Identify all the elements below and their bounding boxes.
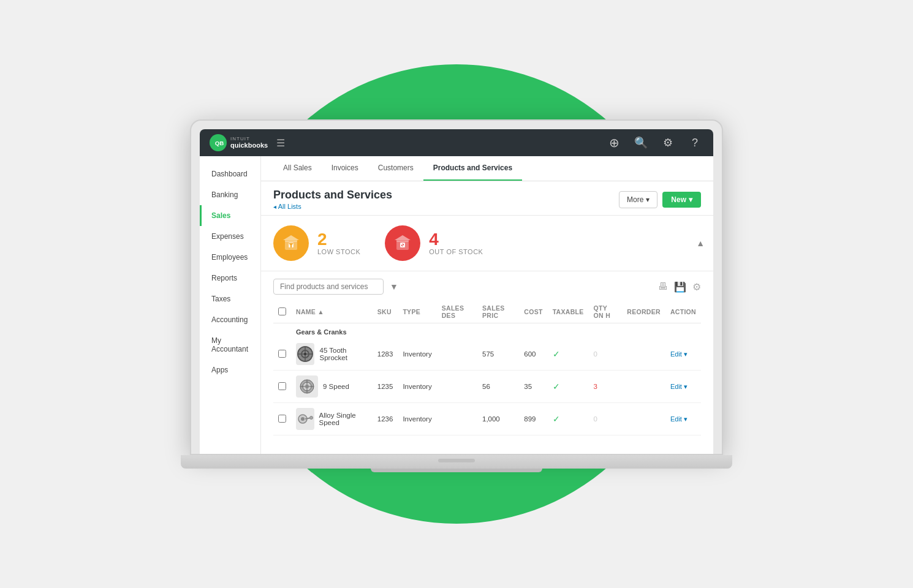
laptop-wrapper: QB INTUIT quickbooks ☰ ⊕ 🔍 ⚙ ? <box>181 119 732 469</box>
col-qty: QTY ON H <box>589 301 623 323</box>
product-sales-des <box>437 338 477 371</box>
out-of-stock-card: 4 OUT OF STOCK <box>385 225 483 261</box>
tab-invoices[interactable]: Invoices <box>322 156 368 181</box>
low-stock-label: LOW STOCK <box>317 248 360 255</box>
edit-link[interactable]: Edit ▾ <box>670 383 688 390</box>
page-title: Products and Services <box>273 189 392 202</box>
search-input[interactable] <box>273 279 384 295</box>
laptop-base <box>181 455 732 469</box>
sidebar-item-taxes[interactable]: Taxes <box>200 288 260 309</box>
product-reorder <box>622 371 665 403</box>
product-thumbnail <box>296 375 318 398</box>
breadcrumb[interactable]: All Lists <box>273 203 392 210</box>
table-row: 45 Tooth Sprocket 1283 Inventory 575 600… <box>273 338 701 371</box>
laptop-screen: QB INTUIT quickbooks ☰ ⊕ 🔍 ⚙ ? <box>190 119 723 455</box>
col-sales-price: SALES PRIC <box>477 301 519 323</box>
product-type: Inventory <box>398 338 436 371</box>
product-taxable: ✓ <box>548 403 589 435</box>
col-name: NAME ▲ <box>291 301 373 323</box>
settings-icon[interactable]: ⚙ <box>659 134 676 151</box>
search-icon[interactable]: 🔍 <box>632 134 650 151</box>
product-sales-des <box>437 403 477 435</box>
new-button[interactable]: New ▾ <box>662 192 701 208</box>
table-toolbar: ▼ 🖶 💾 ⚙ <box>273 279 701 295</box>
sidebar-item-banking[interactable]: Banking <box>200 184 260 205</box>
low-stock-card: 2 LOW STOCK <box>273 225 360 261</box>
screen-inner: QB INTUIT quickbooks ☰ ⊕ 🔍 ⚙ ? <box>200 129 713 454</box>
sidebar-item-accounting[interactable]: Accounting <box>200 309 260 330</box>
svg-rect-4 <box>285 240 297 242</box>
product-cost: 35 <box>519 371 547 403</box>
svg-rect-10 <box>396 240 409 242</box>
product-sales-des <box>437 371 477 403</box>
print-icon[interactable]: 🖶 <box>658 281 668 293</box>
tabs-bar: All Sales Invoices Customers Products an… <box>261 156 713 181</box>
sidebar-item-sales[interactable]: Sales <box>200 205 260 226</box>
sidebar-item-dashboard[interactable]: Dashboard <box>200 164 260 184</box>
table-row: 9 Speed 1235 Inventory 56 35 ✓ 3 <box>273 371 701 403</box>
col-action: ACTION <box>665 301 701 323</box>
product-name: Alloy Single Speed <box>319 412 368 426</box>
row-checkbox[interactable] <box>278 382 286 390</box>
col-sku: SKU <box>373 301 398 323</box>
edit-link[interactable]: Edit ▾ <box>670 415 688 423</box>
col-taxable: TAXABLE <box>548 301 589 323</box>
group-row: Gears & Cranks <box>273 323 701 339</box>
svg-marker-3 <box>283 235 299 240</box>
product-sku: 1236 <box>373 403 398 435</box>
stock-cards-area: 2 LOW STOCK <box>261 216 713 271</box>
sidebar-item-my-accountant[interactable]: My Accountant <box>200 330 260 360</box>
settings-icon[interactable]: ⚙ <box>692 281 701 293</box>
export-icon[interactable]: 💾 <box>674 281 686 293</box>
product-thumbnail <box>296 343 314 365</box>
sidebar-item-expenses[interactable]: Expenses <box>200 226 260 247</box>
product-sku: 1235 <box>373 371 398 403</box>
product-type: Inventory <box>398 371 436 403</box>
sidebar-item-reports[interactable]: Reports <box>200 268 260 288</box>
quickbooks-logo: QB INTUIT quickbooks <box>210 134 268 151</box>
group-label: Gears & Cranks <box>291 323 701 339</box>
svg-point-18 <box>304 353 306 355</box>
page-header: Products and Services All Lists More ▾ N… <box>261 181 713 216</box>
product-action: Edit ▾ <box>665 403 701 435</box>
low-stock-count: 2 <box>317 231 360 248</box>
product-sales-price: 575 <box>477 338 519 371</box>
product-qty: 3 <box>589 371 623 403</box>
product-sales-price: 1,000 <box>477 403 519 435</box>
tab-products-and-services[interactable]: Products and Services <box>423 156 522 181</box>
product-taxable: ✓ <box>548 338 589 371</box>
tab-all-sales[interactable]: All Sales <box>273 156 322 181</box>
products-table: NAME ▲ SKU TYPE SALES DES SALES PRIC COS… <box>273 301 701 435</box>
svg-marker-9 <box>395 235 411 240</box>
select-all-checkbox[interactable] <box>278 307 286 315</box>
svg-point-29 <box>309 417 313 420</box>
product-qty: 0 <box>589 403 623 435</box>
sidebar-item-apps[interactable]: Apps <box>200 360 260 380</box>
help-icon[interactable]: ? <box>686 134 703 151</box>
row-checkbox[interactable] <box>278 415 286 423</box>
filter-button[interactable]: ▼ <box>390 282 398 292</box>
product-cost: 600 <box>519 338 547 371</box>
out-of-stock-label: OUT OF STOCK <box>429 248 483 255</box>
qb-logo-text: INTUIT quickbooks <box>230 136 268 150</box>
product-qty: 0 <box>589 338 623 371</box>
product-cost: 899 <box>519 403 547 435</box>
hamburger-menu-icon[interactable]: ☰ <box>276 137 285 149</box>
svg-text:QB: QB <box>215 140 224 146</box>
row-checkbox[interactable] <box>278 350 286 358</box>
edit-link[interactable]: Edit ▾ <box>670 350 688 358</box>
add-icon[interactable]: ⊕ <box>605 134 623 151</box>
out-of-stock-icon <box>385 225 420 261</box>
laptop-notch <box>438 459 475 462</box>
svg-point-21 <box>305 385 309 388</box>
collapse-button[interactable]: ▲ <box>696 238 705 248</box>
tab-customers[interactable]: Customers <box>368 156 423 181</box>
product-action: Edit ▾ <box>665 338 701 371</box>
more-button[interactable]: More ▾ <box>619 191 657 208</box>
chevron-down-icon: ▾ <box>689 195 692 204</box>
col-cost: COST <box>519 301 547 323</box>
low-stock-icon <box>273 225 309 261</box>
sidebar-item-employees[interactable]: Employees <box>200 247 260 268</box>
product-type: Inventory <box>398 403 436 435</box>
product-thumbnail <box>296 408 314 430</box>
